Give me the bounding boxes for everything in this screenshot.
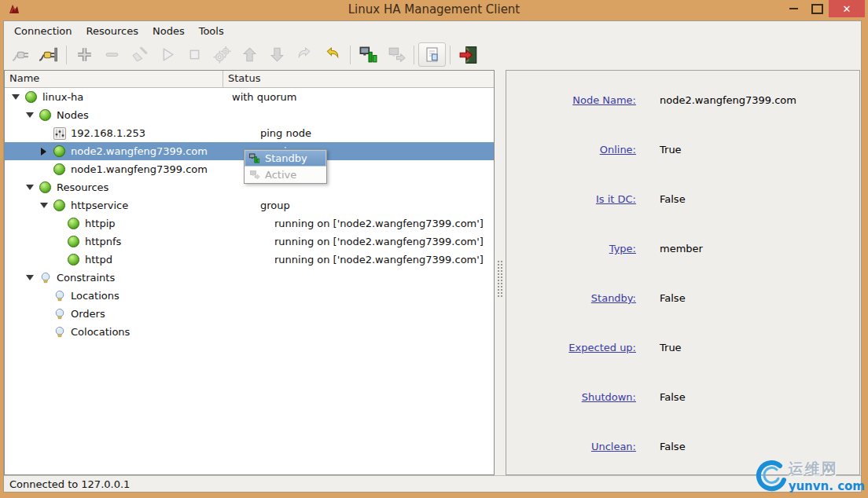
chevron-down-icon[interactable] [11,94,25,100]
connect-icon [39,45,58,64]
tree-row-label: httpip [85,218,116,229]
is-it-dc-value: False [660,192,686,206]
tree-row-label: Nodes [57,109,89,121]
expected-up-link[interactable]: Expected up: [506,341,636,354]
tree-row-status: group [257,200,290,211]
context-menu-item-label: Standby [265,152,307,164]
main-area: Name Status linux-ha with quorum [4,69,861,475]
close-button[interactable]: ✕ [829,0,865,17]
standby-button[interactable] [355,42,382,67]
toolbar-separator [350,46,351,64]
tree-row-ping-node[interactable]: 192.168.1.253 ping node [5,124,494,142]
online-value: True [660,143,682,156]
node-name-link[interactable]: Node Name: [506,93,636,107]
tree-row-colocations[interactable]: Colocations [5,323,494,341]
context-menu-standby[interactable]: Standby [245,150,326,167]
tree-row-status: running on ['node2.wangfeng7399.com'] [271,218,484,229]
active-icon [248,169,260,181]
services-button[interactable] [208,42,236,67]
tree-row-label: 192.168.1.253 [71,127,145,139]
tree-row-status: ping node [257,127,311,139]
document-button[interactable] [418,42,446,67]
expected-up-value: True [660,341,682,354]
tree-row-nodes[interactable]: Nodes [5,106,494,124]
node-details-panel: Node Name: node2.wangfeng7399.com Online… [506,70,860,475]
bulb-icon [53,290,66,302]
chevron-right-icon[interactable] [39,148,53,156]
tree-row-httpip[interactable]: httpip running on ['node2.wangfeng7399.c… [5,214,494,233]
type-link[interactable]: Type: [506,242,636,255]
stop-icon [185,45,204,64]
remove-icon [102,45,122,64]
tree-row-orders[interactable]: Orders [5,305,494,323]
window-title: Linux HA Management Client [0,2,868,16]
tree-row-label: linux-ha [42,91,83,103]
shutdown-link[interactable]: Shutdown: [506,390,636,404]
disconnect-button[interactable] [7,42,35,67]
standby-link[interactable]: Standby: [506,291,636,305]
green-status-icon [53,200,65,211]
toolbar [4,40,861,69]
titlebar: Linux HA Management Client ✕ [0,0,868,20]
connect-button[interactable] [35,42,62,67]
tree-row-locations[interactable]: Locations [5,287,494,305]
column-header-name[interactable]: Name [5,71,223,87]
standby-value: False [660,291,686,305]
panel-splitter[interactable] [495,69,506,475]
move-up-button[interactable] [236,42,263,67]
menu-tools[interactable]: Tools [192,23,231,39]
menu-nodes[interactable]: Nodes [145,23,192,39]
tree-row-linux-ha[interactable]: linux-ha with quorum [5,88,494,106]
online-link[interactable]: Online: [506,143,636,156]
add-icon [75,45,94,64]
unclean-link[interactable]: Unclean: [506,440,636,453]
chevron-down-icon[interactable] [25,112,39,118]
disconnect-icon [11,45,31,64]
tree-row-httpnfs[interactable]: httpnfs running on ['node2.wangfeng7399.… [5,233,494,251]
tree-row-status: running on ['node2.wangfeng7399.com'] [271,236,484,247]
tree-row-label: Resources [57,181,108,193]
green-status-icon [53,163,65,175]
detail-row-expected-up: Expected up: True [506,341,859,354]
menu-connection[interactable]: Connection [7,23,79,39]
tree-row-httpd[interactable]: httpd running on ['node2.wangfeng7399.co… [5,251,494,269]
minimize-button[interactable] [782,0,805,17]
tree-row-constraints[interactable]: Constraints [5,269,494,287]
context-menu-item-label: Active [265,169,296,181]
chevron-down-icon[interactable] [25,185,39,190]
chevron-down-icon[interactable] [25,275,39,280]
services-icon [212,45,232,64]
yunvn-logo-icon [751,459,787,493]
column-header-status[interactable]: Status [223,71,494,87]
tree-row-httpservice[interactable]: httpservice group [5,196,494,214]
undo-button[interactable] [318,42,346,67]
redo-button[interactable] [291,42,318,67]
splitter-handle-icon[interactable] [497,260,503,298]
stop-button[interactable] [181,42,208,67]
bulb-icon [39,272,52,284]
cleanup-button[interactable] [126,42,153,67]
exit-button[interactable] [454,42,482,67]
remove-button[interactable] [98,42,126,67]
move-down-button[interactable] [263,42,291,67]
context-menu-active[interactable]: Active [245,167,326,183]
watermark-site-text: yunvn. com [789,479,865,493]
tree-row-status: running on ['node2.wangfeng7399.com'] [271,254,484,265]
node-context-menu: Standby Active [244,149,327,184]
menubar: Connection Resources Nodes Tools [4,21,861,40]
active-button[interactable] [382,42,410,67]
chevron-down-icon[interactable] [39,203,53,208]
tree-row-label: Constraints [57,272,115,284]
is-it-dc-link[interactable]: Is it DC: [506,192,636,206]
add-button[interactable] [71,42,98,67]
document-icon [423,46,442,64]
green-status-icon [39,109,51,121]
start-button[interactable] [153,42,181,67]
green-status-icon [68,218,79,229]
statusbar: Connected to 127.0.0.1 [4,475,861,492]
active-icon [386,45,406,64]
detail-row-node-name: Node Name: node2.wangfeng7399.com [506,93,859,107]
maximize-button[interactable] [805,0,829,17]
menu-resources[interactable]: Resources [79,23,145,39]
standby-icon [248,152,260,164]
